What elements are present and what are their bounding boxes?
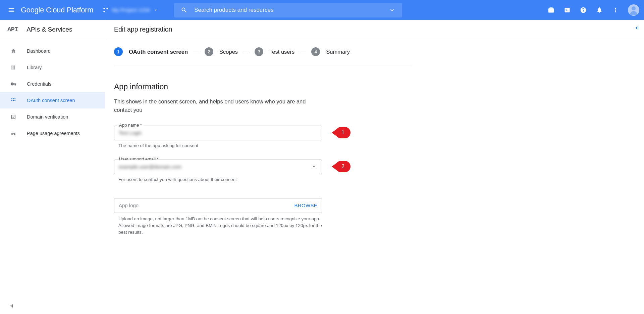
step-summary[interactable]: 4 Summary <box>311 47 350 56</box>
section-title: App information <box>114 82 322 91</box>
main-header: Edit app registration <box>105 20 644 39</box>
svg-rect-6 <box>14 65 14 70</box>
app-logo-field: App logo BROWSE Upload an image, not lar… <box>114 198 322 236</box>
field-label: App name * <box>117 123 144 128</box>
project-icon <box>103 7 109 13</box>
sidebar: API APIs & Services Dashboard Library Cr… <box>0 20 105 314</box>
more-icon[interactable] <box>612 6 619 14</box>
field-help: The name of the app asking for consent <box>118 143 322 148</box>
step-separator <box>243 52 249 52</box>
svg-rect-16 <box>11 134 13 135</box>
annotation-callout-2: 2 <box>335 161 351 172</box>
header-actions <box>547 4 639 16</box>
cloud-shell-icon[interactable] <box>564 6 571 14</box>
svg-rect-3 <box>565 8 570 12</box>
sidebar-item-label: OAuth consent screen <box>27 98 75 103</box>
hamburger-menu-button[interactable] <box>5 3 18 17</box>
svg-point-0 <box>104 8 105 9</box>
svg-rect-9 <box>14 98 15 99</box>
step-number: 4 <box>311 47 320 56</box>
svg-rect-7 <box>11 98 12 99</box>
svg-rect-8 <box>13 98 14 99</box>
app-name-input[interactable] <box>114 126 322 140</box>
help-icon[interactable] <box>580 6 587 14</box>
logo-cloud: Cloud Platform <box>44 6 93 14</box>
sidebar-item-label: Domain verification <box>27 114 68 120</box>
gift-icon[interactable] <box>547 6 555 14</box>
notifications-icon[interactable] <box>596 6 603 14</box>
sidebar-item-dashboard[interactable]: Dashboard <box>0 43 105 59</box>
sidebar-item-credentials[interactable]: Credentials <box>0 76 105 92</box>
logo-placeholder: App logo <box>119 203 139 208</box>
svg-rect-5 <box>13 65 13 70</box>
search-bar[interactable] <box>174 3 402 17</box>
step-label: Test users <box>269 49 294 55</box>
project-name: My Project 1234 <box>112 7 150 13</box>
user-support-email-select[interactable] <box>114 160 322 174</box>
sidebar-header: API APIs & Services <box>0 20 105 39</box>
agreements-icon <box>10 131 17 136</box>
app-logo-input-row: App logo BROWSE <box>114 198 322 213</box>
expand-right-button[interactable] <box>633 25 640 32</box>
sidebar-item-label: Page usage agreements <box>27 131 80 136</box>
svg-point-2 <box>104 11 105 12</box>
consent-icon <box>10 98 17 103</box>
step-oauth-consent[interactable]: 1 OAuth consent screen <box>114 47 188 56</box>
browse-button[interactable]: BROWSE <box>294 203 317 208</box>
section-description: This shows in the consent screen, and he… <box>114 97 322 114</box>
field-help: Upload an image, not larger than 1MB on … <box>118 216 322 236</box>
sidebar-item-page-usage[interactable]: Page usage agreements <box>0 125 105 141</box>
stepper: 1 OAuth consent screen 2 Scopes 3 Test u… <box>114 47 412 66</box>
main-panel: Edit app registration 1 OAuth consent sc… <box>105 20 644 314</box>
step-separator <box>193 52 199 52</box>
gcp-logo[interactable]: Google Cloud Platform <box>21 6 93 14</box>
logo-google: Google <box>21 6 44 14</box>
svg-rect-11 <box>13 100 14 101</box>
search-input[interactable] <box>194 7 389 13</box>
sidebar-item-oauth-consent[interactable]: OAuth consent screen <box>0 92 105 108</box>
callout-number: 2 <box>335 161 351 172</box>
svg-point-17 <box>14 133 15 134</box>
step-separator <box>300 52 306 52</box>
step-scopes[interactable]: 2 Scopes <box>205 47 238 56</box>
svg-rect-10 <box>11 100 12 101</box>
sidebar-item-label: Credentials <box>27 81 51 87</box>
step-test-users[interactable]: 3 Test users <box>255 47 294 56</box>
page-title: Edit app registration <box>114 26 172 33</box>
app-name-field: App name * Test Login The name of the ap… <box>114 126 322 148</box>
sidebar-item-label: Dashboard <box>27 48 51 54</box>
user-avatar[interactable] <box>628 4 639 16</box>
step-number: 3 <box>255 47 263 56</box>
dashboard-icon <box>10 48 17 54</box>
step-number: 2 <box>205 47 213 56</box>
step-label: OAuth consent screen <box>129 49 188 55</box>
svg-point-1 <box>107 8 108 9</box>
svg-rect-13 <box>12 115 15 119</box>
collapse-left-icon <box>9 303 15 309</box>
svg-rect-18 <box>12 305 13 308</box>
api-badge: API <box>7 26 18 33</box>
sidebar-item-domain-verification[interactable]: Domain verification <box>0 108 105 125</box>
callout-number: 1 <box>335 127 351 138</box>
menu-icon <box>8 6 15 14</box>
project-selector[interactable]: My Project 1234 <box>103 7 158 13</box>
key-icon <box>10 81 17 87</box>
step-label: Scopes <box>219 49 238 55</box>
step-number: 1 <box>114 47 123 56</box>
field-help: For users to contact you with questions … <box>118 177 322 182</box>
main-scroll[interactable]: 1 OAuth consent screen 2 Scopes 3 Test u… <box>105 39 644 314</box>
top-header: Google Cloud Platform My Project 1234 <box>0 0 644 20</box>
collapse-right-icon <box>633 25 640 31</box>
step-label: Summary <box>326 49 350 55</box>
svg-rect-4 <box>12 65 12 70</box>
svg-rect-12 <box>14 100 15 101</box>
svg-rect-19 <box>638 26 638 30</box>
search-icon <box>181 7 187 13</box>
svg-rect-14 <box>11 132 14 132</box>
app-information-section: App information This shows in the consen… <box>114 82 322 249</box>
library-icon <box>10 65 17 70</box>
dropdown-icon <box>153 8 158 12</box>
sidebar-collapse-button[interactable] <box>0 298 105 314</box>
sidebar-item-library[interactable]: Library <box>0 59 105 76</box>
annotation-callout-1: 1 <box>335 127 351 138</box>
